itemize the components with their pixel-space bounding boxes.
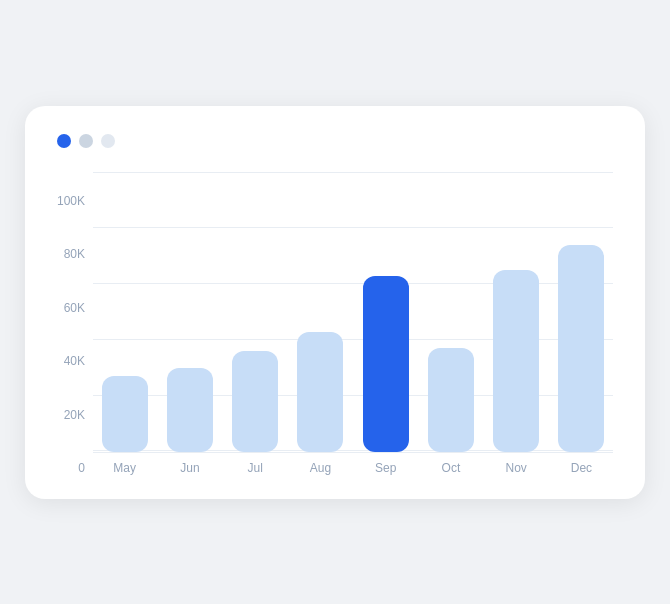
bar-aug[interactable] xyxy=(297,332,343,452)
x-label-sep: Sep xyxy=(358,461,413,475)
bar-group[interactable] xyxy=(423,348,478,452)
x-label-oct: Oct xyxy=(423,461,478,475)
bars-container xyxy=(93,172,613,452)
y-label: 80K xyxy=(57,248,85,260)
y-label: 60K xyxy=(57,302,85,314)
x-labels: MayJunJulAugSepOctNovDec xyxy=(93,453,613,475)
bar-group[interactable] xyxy=(162,368,217,452)
bar-group[interactable] xyxy=(228,351,283,452)
y-label: 0 xyxy=(57,462,85,474)
x-label-may: May xyxy=(97,461,152,475)
y-axis: 100K80K60K40K20K0 xyxy=(57,195,85,475)
x-label-nov: Nov xyxy=(489,461,544,475)
y-label: 100K xyxy=(57,195,85,207)
x-label-dec: Dec xyxy=(554,461,609,475)
y-label: 40K xyxy=(57,355,85,367)
bar-jul[interactable] xyxy=(232,351,278,452)
bar-group[interactable] xyxy=(293,332,348,452)
chart-area: 100K80K60K40K20K0 MayJunJulAugSepOctNovD… xyxy=(57,172,613,475)
dot-gray2 xyxy=(101,134,115,148)
window-dots xyxy=(57,134,613,148)
bar-jun[interactable] xyxy=(167,368,213,452)
bar-oct[interactable] xyxy=(428,348,474,452)
bar-nov[interactable] xyxy=(493,270,539,452)
bar-group[interactable] xyxy=(97,376,152,452)
bar-may[interactable] xyxy=(102,376,148,452)
bar-group[interactable] xyxy=(358,276,413,452)
x-label-aug: Aug xyxy=(293,461,348,475)
y-label: 20K xyxy=(57,409,85,421)
dot-gray1 xyxy=(79,134,93,148)
bar-dec[interactable] xyxy=(558,245,604,452)
chart-card: 100K80K60K40K20K0 MayJunJulAugSepOctNovD… xyxy=(25,106,645,499)
chart-inner: MayJunJulAugSepOctNovDec xyxy=(93,172,613,475)
bar-group[interactable] xyxy=(489,270,544,452)
x-label-jun: Jun xyxy=(162,461,217,475)
bar-group[interactable] xyxy=(554,245,609,452)
x-label-jul: Jul xyxy=(228,461,283,475)
bar-sep[interactable] xyxy=(363,276,409,452)
dot-blue xyxy=(57,134,71,148)
